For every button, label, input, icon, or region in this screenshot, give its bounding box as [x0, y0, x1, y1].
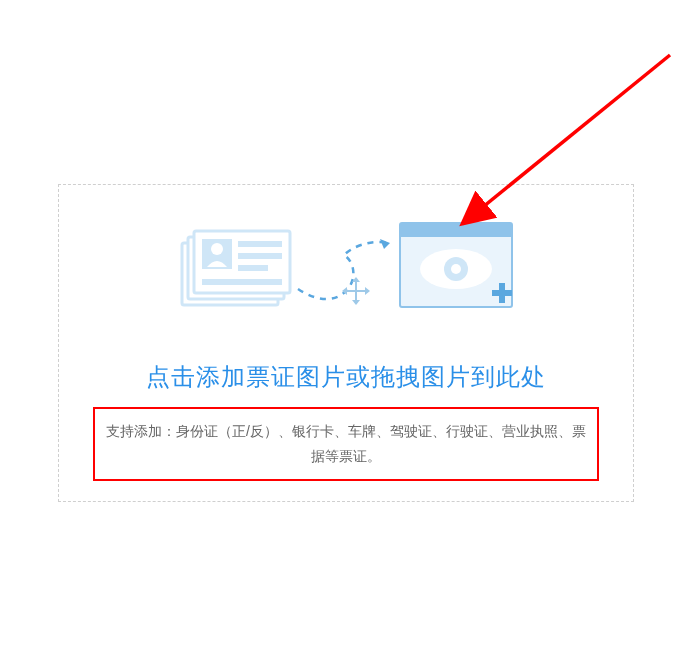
- upload-illustration: [79, 203, 613, 353]
- upload-illustration-svg: [166, 203, 526, 343]
- svg-point-4: [211, 243, 223, 255]
- upload-prompt-text: 点击添加票证图片或拖拽图片到此处: [79, 361, 613, 393]
- svg-rect-6: [238, 253, 282, 259]
- svg-rect-5: [238, 241, 282, 247]
- supported-types-text: 支持添加：身份证（正/反）、银行卡、车牌、驾驶证、行驶证、营业执照、票据等票证。: [103, 419, 589, 469]
- preview-eye-icon: [400, 223, 512, 307]
- svg-rect-8: [202, 279, 282, 285]
- supported-types-highlight-box: 支持添加：身份证（正/反）、银行卡、车牌、驾驶证、行驶证、营业执照、票据等票证。: [93, 407, 599, 481]
- svg-rect-12: [400, 223, 512, 237]
- upload-dropzone[interactable]: 点击添加票证图片或拖拽图片到此处 支持添加：身份证（正/反）、银行卡、车牌、驾驶…: [58, 184, 634, 502]
- svg-rect-7: [238, 265, 268, 271]
- id-card-stack-icon: [182, 231, 290, 305]
- svg-point-15: [451, 264, 461, 274]
- page-surface: 点击添加票证图片或拖拽图片到此处 支持添加：身份证（正/反）、银行卡、车牌、驾驶…: [0, 0, 692, 650]
- move-cursor-icon: [342, 277, 370, 305]
